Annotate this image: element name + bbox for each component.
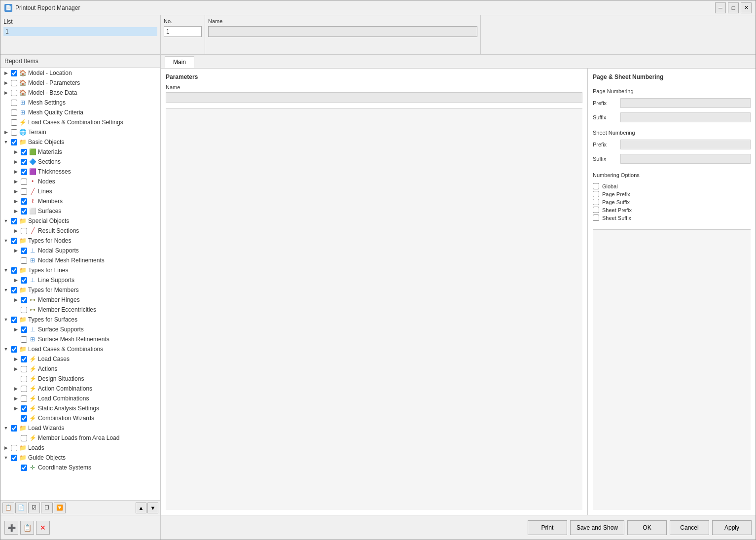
checkbox-global[interactable] (593, 183, 599, 189)
checkbox-page_suffix[interactable] (593, 199, 599, 205)
tree-expand-icon[interactable]: ▶ (12, 247, 19, 254)
tree-item-14[interactable]: ▶ℓMembers (0, 196, 160, 206)
tree-expand-icon[interactable]: ▶ (12, 208, 19, 215)
tree-item-1[interactable]: ▶🏠Model - Location (0, 68, 160, 78)
tree-checkbox[interactable] (21, 336, 27, 343)
paste-button[interactable]: 📄 (15, 503, 27, 513)
tree-item-12[interactable]: ▶•Nodes (0, 177, 160, 186)
tree-expand-icon[interactable]: ▶ (12, 277, 19, 284)
tree-expand-icon[interactable]: ▼ (2, 139, 9, 145)
tree-expand-icon[interactable]: ▶ (12, 168, 19, 175)
tree-checkbox[interactable] (11, 218, 17, 224)
tree-checkbox[interactable] (21, 297, 27, 303)
tree-item-35[interactable]: ▶⚡Static Analysis Settings (0, 403, 160, 413)
move-up-button[interactable]: ▲ (136, 503, 146, 513)
name-input[interactable] (208, 26, 477, 37)
tree-item-2[interactable]: ▶🏠Model - Parameters (0, 78, 160, 88)
tree-item-17[interactable]: ▶╱Result Sections (0, 226, 160, 236)
tree-item-31[interactable]: ▶⚡Actions (0, 364, 160, 374)
tree-expand-icon[interactable]: ▶ (12, 227, 19, 234)
tree-checkbox[interactable] (21, 198, 27, 205)
tree-checkbox[interactable] (21, 149, 27, 155)
tree-expand-icon[interactable]: ▼ (2, 287, 9, 293)
tree-expand-icon[interactable]: ▶ (12, 148, 19, 155)
tree-item-41[interactable]: ▶✛Coordinate Systems (0, 463, 160, 472)
tree-checkbox[interactable] (11, 139, 17, 145)
filter-button[interactable]: 🔽 (54, 503, 66, 513)
tree-item-32[interactable]: ▶⚡Design Situations (0, 374, 160, 384)
tree-item-24[interactable]: ▶⊶Member Hinges (0, 295, 160, 305)
tree-checkbox[interactable] (11, 317, 17, 323)
tree-item-3[interactable]: ▶🏠Model - Base Data (0, 88, 160, 98)
apply-button[interactable]: Apply (712, 520, 752, 535)
tab-main[interactable]: Main (165, 56, 194, 68)
list-item[interactable]: 1 (3, 27, 157, 36)
tree-expand-icon[interactable]: ▶ (12, 326, 19, 333)
tree-checkbox[interactable] (11, 80, 17, 86)
tree-expand-icon[interactable]: ▶ (2, 129, 9, 136)
tree-checkbox[interactable] (21, 277, 27, 284)
duplicate-button[interactable]: 📋 (20, 521, 34, 535)
tree-item-40[interactable]: ▼📁Guide Objects (0, 453, 160, 463)
tree-item-19[interactable]: ▶⊥Nodal Supports (0, 246, 160, 255)
tree-item-8[interactable]: ▼📁Basic Objects (0, 137, 160, 147)
tree-item-26[interactable]: ▼📁Types for Surfaces (0, 315, 160, 324)
tree-expand-icon[interactable]: ▶ (12, 385, 19, 392)
tree-item-36[interactable]: ▶⚡Combination Wizards (0, 413, 160, 423)
tree-checkbox[interactable] (21, 179, 27, 185)
tree-expand-icon[interactable]: ▶ (12, 395, 19, 402)
tree-expand-icon[interactable]: ▼ (2, 454, 9, 461)
tree-checkbox[interactable] (21, 386, 27, 392)
tree-expand-icon[interactable]: ▶ (2, 444, 9, 451)
tree-expand-icon[interactable]: ▼ (2, 346, 9, 353)
tree-item-4[interactable]: ▶⊞Mesh Settings (0, 98, 160, 108)
tree-expand-icon[interactable]: ▶ (12, 198, 19, 205)
tree-checkbox[interactable] (11, 445, 17, 451)
tree-item-28[interactable]: ▶⊞Surface Mesh Refinements (0, 334, 160, 344)
tree-checkbox[interactable] (11, 238, 17, 244)
tree-checkbox[interactable] (21, 159, 27, 165)
tree-checkbox[interactable] (21, 248, 27, 254)
checkbox-sheet_suffix[interactable] (593, 215, 599, 221)
tree-checkbox[interactable] (11, 109, 17, 116)
tree-checkbox[interactable] (21, 435, 27, 441)
check-all-button[interactable]: ☑ (28, 503, 40, 513)
tree-item-39[interactable]: ▶📁Loads (0, 443, 160, 453)
tree-checkbox[interactable] (11, 455, 17, 461)
tree-expand-icon[interactable]: ▼ (2, 316, 9, 323)
tree-checkbox[interactable] (11, 119, 17, 126)
params-name-field[interactable] (166, 92, 582, 103)
tree-checkbox[interactable] (21, 188, 27, 195)
tree-checkbox[interactable] (11, 346, 17, 353)
tree-checkbox[interactable] (21, 356, 27, 362)
tree-expand-icon[interactable]: ▶ (2, 89, 9, 96)
tree-expand-icon[interactable]: ▶ (12, 158, 19, 165)
tree-item-15[interactable]: ▶⬜Surfaces (0, 206, 160, 216)
tree-item-34[interactable]: ▶⚡Load Combinations (0, 394, 160, 403)
checkbox-page_prefix[interactable] (593, 191, 599, 197)
close-button[interactable]: ✕ (741, 2, 752, 13)
tree-checkbox[interactable] (21, 396, 27, 402)
tree-item-7[interactable]: ▶🌐Terrain (0, 127, 160, 137)
tree-checkbox[interactable] (11, 90, 17, 96)
tree-item-6[interactable]: ▶⚡Load Cases & Combination Settings (0, 117, 160, 127)
tree-checkbox[interactable] (21, 465, 27, 471)
tree-checkbox[interactable] (11, 129, 17, 136)
maximize-button[interactable]: □ (728, 2, 739, 13)
tree-checkbox[interactable] (11, 70, 17, 76)
tree-item-38[interactable]: ▶⚡Member Loads from Area Load (0, 433, 160, 443)
save-and-show-button[interactable]: Save and Show (570, 520, 624, 535)
tree-item-27[interactable]: ▶⊥Surface Supports (0, 324, 160, 334)
tree-item-23[interactable]: ▼📁Types for Members (0, 285, 160, 295)
sheet-prefix-input[interactable] (620, 140, 751, 149)
tree-item-29[interactable]: ▼📁Load Cases & Combinations (0, 344, 160, 354)
page-suffix-input[interactable] (620, 112, 751, 122)
sheet-suffix-input[interactable] (620, 154, 751, 164)
number-input[interactable] (164, 26, 202, 37)
tree-item-30[interactable]: ▶⚡Load Cases (0, 354, 160, 364)
tree-item-9[interactable]: ▶🟩Materials (0, 147, 160, 157)
tree-expand-icon[interactable]: ▶ (2, 70, 9, 76)
tree-item-33[interactable]: ▶⚡Action Combinations (0, 384, 160, 394)
tree-item-18[interactable]: ▼📁Types for Nodes (0, 236, 160, 246)
tree-checkbox[interactable] (21, 326, 27, 333)
